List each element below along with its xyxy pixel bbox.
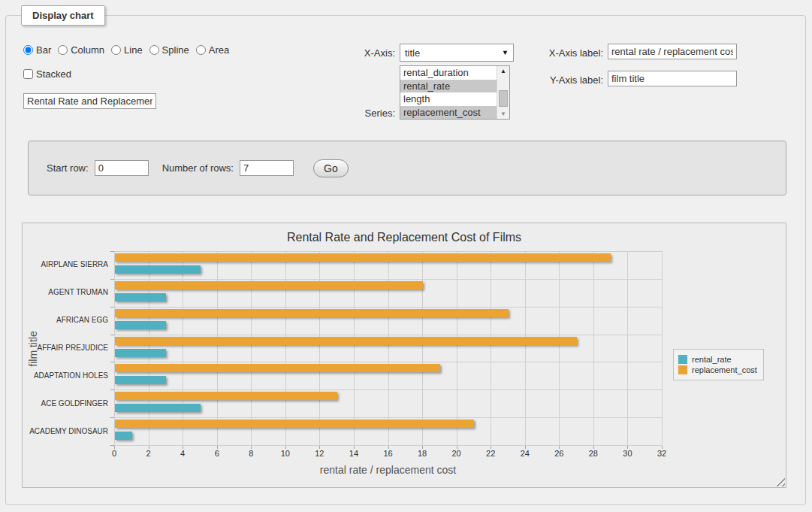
chart-type-option-column: Column (58, 44, 104, 56)
series-multiselect[interactable]: rental_durationrental_ratelengthreplacem… (400, 65, 510, 120)
x-tick-label: 0 (112, 449, 116, 458)
y-tick-mark (110, 417, 114, 418)
x-axis-select[interactable]: title ▼ (400, 44, 514, 62)
series-label-text: Series: (316, 108, 395, 119)
y-category-label: ACADEMY DINOSAUR (29, 427, 108, 435)
bar-replacement_cost[interactable] (115, 337, 577, 345)
chart-type-radio-column[interactable] (58, 45, 68, 55)
chart-type-radio-label: Column (71, 44, 104, 56)
gridline (491, 251, 491, 445)
fieldset-legend: Display chart (21, 5, 105, 26)
bar-rental_rate[interactable] (115, 376, 166, 384)
series-option-replacement_cost[interactable]: replacement_cost (400, 106, 497, 120)
x-tick-label: 10 (281, 449, 290, 458)
bar-replacement_cost[interactable] (115, 309, 509, 317)
legend-item-replacement_cost[interactable]: replacement_cost (678, 365, 757, 374)
legend-swatch (678, 355, 687, 364)
gridline (593, 251, 594, 445)
display-chart-fieldset: Display chart BarColumnLineSplineArea St… (5, 15, 806, 505)
stacked-checkbox-row: Stacked (23, 68, 71, 80)
y-category-labels: AIRPLANE SIERRAAGENT TRUMANAFRICAN EGGAF… (23, 251, 108, 445)
legend-swatch (678, 365, 687, 374)
series-option-rental_duration[interactable]: rental_duration (400, 66, 497, 80)
y-tick-mark (110, 307, 114, 308)
gridline (354, 251, 355, 445)
y-category-label: AFFAIR PREJUDICE (38, 344, 108, 352)
bar-replacement_cost[interactable] (115, 392, 337, 400)
y-tick-mark (110, 251, 114, 252)
bar-rental_rate[interactable] (115, 349, 166, 357)
scrollbar-thumb[interactable] (499, 90, 508, 107)
legend-label: replacement_cost (692, 365, 757, 374)
chart-type-radio-label: Spline (162, 44, 189, 56)
x-tick-labels: 02468101214161820222426283032 (114, 449, 662, 459)
x-tick-label: 22 (486, 449, 495, 458)
chart-type-radio-bar[interactable] (23, 45, 33, 55)
gridline (285, 251, 286, 445)
bar-rental_rate[interactable] (115, 293, 166, 301)
y-tick-mark (110, 445, 114, 446)
y-category-label: AGENT TRUMAN (48, 288, 108, 296)
chart-x-axis-title: rental rate / replacement cost (114, 464, 662, 476)
chart-panel: Rental Rate and Replacement Cost of Film… (22, 223, 786, 488)
scrollbar[interactable]: ▲ ▼ (497, 66, 509, 119)
chart-type-radio-label: Line (124, 44, 143, 56)
scroll-down-icon[interactable]: ▼ (497, 111, 509, 117)
legend-item-rental_rate[interactable]: rental_rate (678, 355, 757, 364)
series-option-rental_rate[interactable]: rental_rate (400, 80, 497, 93)
num-rows-label: Number of rows: (162, 162, 234, 174)
stacked-checkbox[interactable] (23, 69, 33, 79)
start-row-label: Start row: (47, 162, 89, 174)
gridline (662, 251, 663, 445)
bar-rental_rate[interactable] (115, 321, 166, 329)
x-tick-label: 32 (657, 449, 666, 458)
stacked-label-wrap: Stacked (23, 68, 71, 80)
resize-handle-icon[interactable] (776, 477, 785, 486)
x-tick-label: 16 (383, 449, 392, 458)
y-category-label: ACE GOLDFINGER (41, 399, 108, 407)
chart-type-radio-label: Bar (36, 44, 51, 56)
x-tick-label: 8 (249, 449, 253, 458)
x-tick-label: 28 (589, 449, 598, 458)
y-tick-mark (110, 389, 114, 390)
go-button[interactable]: Go (313, 159, 349, 177)
chart-type-option-line: Line (111, 44, 143, 56)
chart-type-option-spline: Spline (149, 44, 189, 56)
bar-replacement_cost[interactable] (115, 420, 474, 428)
bar-rental_rate[interactable] (115, 432, 132, 440)
chart-legend: rental_ratereplacement_cost (673, 349, 764, 380)
series-option-length[interactable]: length (400, 92, 497, 106)
x-tick-label: 14 (349, 449, 358, 458)
chart-type-option-area: Area (196, 44, 229, 56)
bar-rental_rate[interactable] (115, 404, 201, 412)
bar-replacement_cost[interactable] (115, 364, 440, 372)
chart-type-radio-area[interactable] (196, 45, 206, 55)
x-tick-label: 12 (315, 449, 324, 458)
x-tick-label: 30 (623, 449, 632, 458)
x-tick-label: 20 (452, 449, 461, 458)
x-tick-label: 26 (554, 449, 563, 458)
bar-replacement_cost[interactable] (115, 281, 423, 289)
x-axis-title-input[interactable] (608, 44, 737, 59)
y-axis-title-input[interactable] (608, 71, 737, 86)
legend-label: rental_rate (692, 355, 732, 364)
chart-title-input[interactable] (23, 93, 156, 109)
num-rows-input[interactable] (240, 160, 294, 176)
chart-type-radio-spline[interactable] (149, 45, 159, 55)
gridline (525, 251, 526, 445)
x-axis-title-label-text: X-Axis label: (530, 47, 603, 59)
chart-type-option-bar: Bar (23, 44, 51, 56)
y-axis-title-label-text: Y-Axis label: (530, 74, 603, 86)
gridline (422, 251, 423, 445)
gridline (183, 251, 183, 445)
x-axis-label-text: X-Axis: (316, 47, 395, 59)
bar-rental_rate[interactable] (115, 265, 201, 274)
scroll-up-icon[interactable]: ▲ (497, 68, 509, 74)
x-tick-label: 2 (146, 449, 151, 458)
bar-replacement_cost[interactable] (115, 253, 611, 262)
gridline (319, 251, 320, 445)
chart-type-radio-line[interactable] (111, 45, 121, 55)
gridline (388, 251, 389, 445)
x-tick-label: 18 (418, 449, 427, 458)
start-row-input[interactable] (95, 160, 149, 176)
